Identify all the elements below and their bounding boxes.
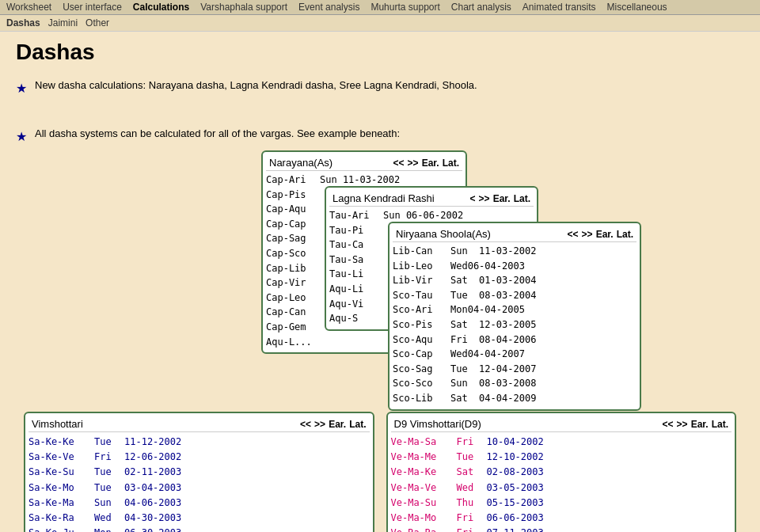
lagna-next[interactable]: >>: [479, 193, 490, 204]
vimshottari-ear[interactable]: Ear.: [329, 419, 346, 430]
nav-calculations[interactable]: Calculations: [133, 2, 189, 13]
shoola-row-1: Lib-Leo Wed06-04-2003: [393, 259, 636, 274]
nav-muhurta[interactable]: Muhurta support: [370, 2, 439, 13]
vimshottari-panel: Vimshottari << >> Ear. Lat. Sa-Ke-Ke Tue…: [24, 412, 374, 532]
vim-row-2: Sa-Ke-Su Tue 02-11-2003: [28, 465, 370, 480]
narayana-ear[interactable]: Ear.: [422, 158, 439, 169]
nav-worksheet[interactable]: Worksheet: [6, 2, 51, 13]
shoola-row-10: Sco-Lib Sat 04-04-2009: [393, 391, 636, 406]
shoola-prev[interactable]: <<: [568, 229, 579, 240]
lagna-ear[interactable]: Ear.: [493, 193, 511, 204]
d9-lat[interactable]: Lat.: [712, 419, 728, 430]
vimshottari-next[interactable]: >>: [314, 419, 325, 430]
shoola-title: Niryaana Shoola(As): [396, 228, 491, 240]
vim-row-4: Sa-Ke-Ma Sun 04-06-2003: [28, 496, 370, 511]
narayana-lat[interactable]: Lat.: [443, 158, 459, 169]
main-content: ★ New dasha calculations: Narayana dasha…: [0, 69, 760, 532]
d9-row-3: Ve-Ma-Ve Wed 03-05-2003: [391, 481, 732, 496]
vimshottari-data: Sa-Ke-Ke Tue 11-12-2002 Sa-Ke-Ve Fri 12-…: [28, 435, 370, 532]
shoola-row-8: Sco-Sag Tue 12-04-2007: [393, 362, 636, 377]
nav-chart-analysis[interactable]: Chart analysis: [451, 2, 511, 13]
info-text-1: New dasha calculations: Narayana dasha, …: [35, 79, 477, 91]
subnav-dashas[interactable]: Dashas: [6, 17, 40, 28]
d9-row-5: Ve-Ma-Mo Fri 06-06-2003: [391, 511, 732, 526]
d9-data: Ve-Ma-Sa Fri 10-04-2002 Ve-Ma-Me Tue 12-…: [391, 435, 732, 532]
d9-row-0: Ve-Ma-Sa Fri 10-04-2002: [391, 435, 732, 450]
lagna-title: Lagna Kendradi Rashi: [332, 192, 435, 204]
narayana-title: Narayana(As): [269, 157, 332, 169]
shoola-next[interactable]: >>: [582, 229, 593, 240]
vimshottari-prev[interactable]: <<: [300, 419, 311, 430]
vimshottari-lat[interactable]: Lat.: [349, 419, 366, 430]
star-icon-2: ★: [16, 129, 27, 144]
lagna-row-0: Tau-Ari Sun 06-06-2002: [329, 208, 534, 223]
lagna-prev[interactable]: <: [470, 193, 476, 204]
vim-row-1: Sa-Ke-Ve Fri 12-06-2002: [28, 450, 370, 465]
page-title: Dashas: [0, 32, 760, 69]
lagna-panel-header: Lagna Kendradi Rashi < >> Ear. Lat.: [329, 191, 534, 207]
d9-panel: D9 Vimshottari(D9) << >> Ear. Lat. Ve-Ma…: [386, 412, 737, 532]
vim-row-5: Sa-Ke-Ra Wed 04-30-2003: [28, 511, 370, 526]
d9-row-1: Ve-Ma-Me Tue 12-10-2002: [391, 450, 732, 465]
d9-prev[interactable]: <<: [663, 419, 674, 430]
shoola-row-6: Sco-Aqu Fri 08-04-2006: [393, 332, 636, 348]
subnav-jaimini[interactable]: Jaimini: [48, 17, 78, 28]
shoola-panel: Niryaana Shoola(As) << >> Ear. Lat. Lib-…: [388, 222, 641, 411]
d9-row-4: Ve-Ma-Su Thu 05-15-2003: [391, 496, 732, 511]
narayana-next[interactable]: >>: [408, 158, 419, 169]
shoola-row-5: Sco-Pis Sat 12-03-2005: [393, 317, 636, 332]
narayana-name-0: Cap-Ari: [266, 173, 314, 188]
shoola-row-7: Sco-Cap Wed04-04-2007: [393, 347, 636, 362]
vim-row-3: Sa-Ke-Mo Tue 03-04-2003: [28, 481, 370, 496]
d9-nav[interactable]: << >> Ear. Lat.: [663, 419, 728, 430]
lagna-nav[interactable]: < >> Ear. Lat.: [470, 193, 530, 204]
top-nav: Worksheet User interface Calculations Va…: [0, 0, 760, 15]
info-row-1: ★ New dasha calculations: Narayana dasha…: [16, 79, 744, 96]
narayana-date-0: Sun 11-03-2002: [320, 173, 400, 188]
star-icon-1: ★: [16, 81, 27, 96]
d9-row-2: Ve-Ma-Ke Sat 02-08-2003: [391, 465, 732, 480]
shoola-row-0: Lib-Can Sun 11-03-2002: [393, 244, 636, 259]
sub-nav: Dashas Jaimini Other: [0, 15, 760, 32]
vimshottari-header: Vimshottari << >> Ear. Lat.: [28, 416, 370, 432]
vim-row-0: Sa-Ke-Ke Tue 11-12-2002: [28, 435, 370, 450]
shoola-nav[interactable]: << >> Ear. Lat.: [568, 229, 633, 240]
d9-next[interactable]: >>: [677, 419, 688, 430]
shoola-ear[interactable]: Ear.: [596, 229, 614, 240]
vimshottari-title: Vimshottari: [32, 418, 83, 430]
nav-animated-transits[interactable]: Animated transits: [522, 2, 596, 13]
shoola-data: Lib-Can Sun 11-03-2002 Lib-Leo Wed06-04-…: [393, 244, 636, 406]
bottom-panels: Vimshottari << >> Ear. Lat. Sa-Ke-Ke Tue…: [16, 412, 744, 532]
narayana-row-0: Cap-Ari Sun 11-03-2002: [266, 173, 462, 188]
lagna-lat[interactable]: Lat.: [514, 193, 530, 204]
vimshottari-nav[interactable]: << >> Ear. Lat.: [300, 419, 366, 430]
shoola-row-9: Sco-Sco Sun 08-03-2008: [393, 376, 636, 391]
nav-miscellaneous[interactable]: Miscellaneous: [607, 2, 667, 13]
shoola-row-4: Sco-Ari Mon04-04-2005: [393, 302, 636, 317]
shoola-panel-header: Niryaana Shoola(As) << >> Ear. Lat.: [393, 226, 636, 242]
narayana-panel-header: Narayana(As) << >> Ear. Lat.: [266, 155, 462, 171]
shoola-lat[interactable]: Lat.: [617, 229, 633, 240]
narayana-nav[interactable]: << >> Ear. Lat.: [393, 158, 459, 169]
d9-ear[interactable]: Ear.: [691, 419, 709, 430]
subnav-other[interactable]: Other: [86, 17, 109, 28]
info-row-2: ★ All dasha systems can be calculated fo…: [16, 127, 744, 144]
info-text-2: All dasha systems can be calculated for …: [35, 127, 400, 139]
d9-row-6: Ve-Ra-Ra Fri 07-11-2003: [391, 526, 732, 532]
nav-varshaphala[interactable]: Varshaphala support: [200, 2, 287, 13]
nav-user-interface[interactable]: User interface: [63, 2, 122, 13]
shoola-row-3: Sco-Tau Tue 08-03-2004: [393, 288, 636, 303]
stacked-panels: Narayana(As) << >> Ear. Lat. Cap-Ari Sun…: [16, 150, 744, 404]
shoola-row-2: Lib-Vir Sat 01-03-2004: [393, 273, 636, 288]
nav-event-analysis[interactable]: Event analysis: [298, 2, 359, 13]
narayana-prev[interactable]: <<: [393, 158, 405, 169]
d9-title: D9 Vimshottari(D9): [394, 418, 481, 430]
d9-header: D9 Vimshottari(D9) << >> Ear. Lat.: [391, 416, 732, 432]
vim-row-6: Sa-Ke-Ju Mon 06-30-2003: [28, 526, 370, 532]
